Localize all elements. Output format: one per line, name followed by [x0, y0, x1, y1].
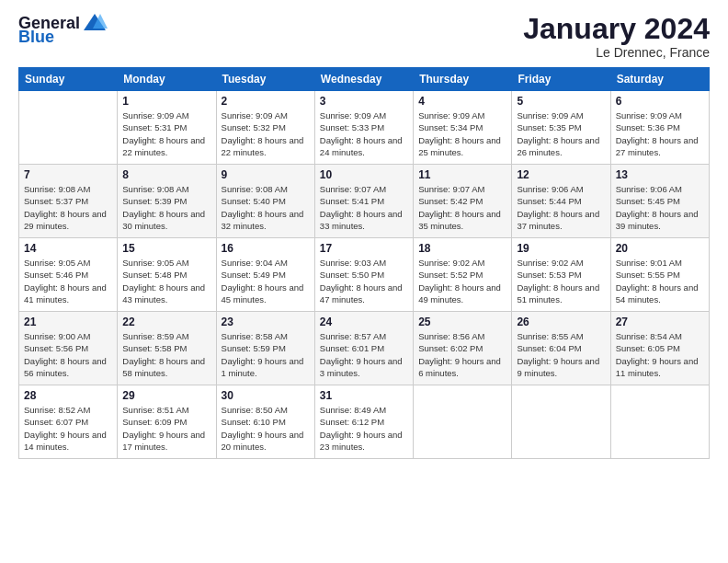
calendar-cell: 3Sunrise: 9:09 AMSunset: 5:33 PMDaylight…	[314, 91, 413, 165]
calendar-week-row: 21Sunrise: 9:00 AMSunset: 5:56 PMDayligh…	[19, 312, 710, 385]
calendar-cell: 16Sunrise: 9:04 AMSunset: 5:49 PMDayligh…	[216, 238, 314, 312]
calendar-cell: 1Sunrise: 9:09 AMSunset: 5:31 PMDaylight…	[118, 91, 216, 165]
calendar-week-row: 1Sunrise: 9:09 AMSunset: 5:31 PMDaylight…	[19, 91, 710, 165]
day-info: Sunrise: 9:08 AMSunset: 5:37 PMDaylight:…	[24, 183, 112, 232]
day-info: Sunrise: 9:09 AMSunset: 5:34 PMDaylight:…	[418, 109, 506, 158]
day-number: 5	[517, 95, 605, 108]
calendar-cell: 27Sunrise: 8:54 AMSunset: 6:05 PMDayligh…	[610, 312, 709, 385]
day-number: 19	[517, 242, 605, 255]
day-info: Sunrise: 9:05 AMSunset: 5:48 PMDaylight:…	[122, 257, 210, 305]
header-tuesday: Tuesday	[216, 68, 314, 91]
calendar-cell: 21Sunrise: 9:00 AMSunset: 5:56 PMDayligh…	[19, 312, 118, 385]
calendar-cell: 31Sunrise: 8:49 AMSunset: 6:12 PMDayligh…	[314, 385, 413, 459]
day-number: 12	[517, 168, 605, 181]
day-number: 30	[222, 389, 310, 402]
calendar-table: Sunday Monday Tuesday Wednesday Thursday…	[18, 67, 710, 459]
day-number: 16	[222, 242, 310, 255]
header: General Blue January 2024 Le Drennec, Fr…	[18, 14, 710, 60]
day-info: Sunrise: 8:54 AMSunset: 6:05 PMDaylight:…	[616, 330, 704, 379]
page: General Blue January 2024 Le Drennec, Fr…	[0, 0, 728, 563]
day-number: 28	[24, 389, 112, 402]
calendar-cell	[610, 385, 709, 459]
day-number: 1	[122, 95, 210, 108]
calendar-cell: 6Sunrise: 9:09 AMSunset: 5:36 PMDaylight…	[610, 91, 709, 165]
day-info: Sunrise: 8:56 AMSunset: 6:02 PMDaylight:…	[418, 330, 506, 379]
title-block: January 2024 Le Drennec, France	[523, 14, 710, 60]
day-number: 7	[24, 168, 112, 181]
day-number: 13	[616, 168, 704, 181]
header-wednesday: Wednesday	[314, 68, 413, 91]
day-number: 25	[418, 316, 506, 328]
day-number: 18	[418, 242, 506, 255]
calendar-cell: 28Sunrise: 8:52 AMSunset: 6:07 PMDayligh…	[19, 385, 118, 459]
calendar-cell	[19, 91, 118, 165]
calendar-cell: 17Sunrise: 9:03 AMSunset: 5:50 PMDayligh…	[314, 238, 413, 312]
day-number: 2	[222, 95, 310, 108]
calendar-cell: 7Sunrise: 9:08 AMSunset: 5:37 PMDaylight…	[19, 165, 118, 238]
header-sunday: Sunday	[19, 68, 118, 91]
logo-icon	[82, 12, 108, 32]
calendar-cell: 22Sunrise: 8:59 AMSunset: 5:58 PMDayligh…	[118, 312, 216, 385]
calendar-cell: 4Sunrise: 9:09 AMSunset: 5:34 PMDaylight…	[414, 91, 512, 165]
calendar-cell: 20Sunrise: 9:01 AMSunset: 5:55 PMDayligh…	[610, 238, 709, 312]
logo-blue: Blue	[18, 29, 54, 45]
day-info: Sunrise: 9:08 AMSunset: 5:40 PMDaylight:…	[222, 183, 310, 232]
calendar-cell: 11Sunrise: 9:07 AMSunset: 5:42 PMDayligh…	[414, 165, 512, 238]
day-number: 14	[24, 242, 112, 255]
calendar-cell: 18Sunrise: 9:02 AMSunset: 5:52 PMDayligh…	[414, 238, 512, 312]
day-info: Sunrise: 8:50 AMSunset: 6:10 PMDaylight:…	[222, 404, 310, 453]
day-number: 23	[222, 316, 310, 328]
calendar-cell: 29Sunrise: 8:51 AMSunset: 6:09 PMDayligh…	[118, 385, 216, 459]
day-info: Sunrise: 9:07 AMSunset: 5:42 PMDaylight:…	[418, 183, 506, 232]
calendar-cell: 14Sunrise: 9:05 AMSunset: 5:46 PMDayligh…	[19, 238, 118, 312]
day-info: Sunrise: 9:02 AMSunset: 5:53 PMDaylight:…	[517, 257, 605, 305]
day-info: Sunrise: 9:09 AMSunset: 5:36 PMDaylight:…	[616, 109, 704, 158]
calendar-cell: 15Sunrise: 9:05 AMSunset: 5:48 PMDayligh…	[118, 238, 216, 312]
day-info: Sunrise: 9:07 AMSunset: 5:41 PMDaylight:…	[320, 183, 408, 232]
calendar-cell: 5Sunrise: 9:09 AMSunset: 5:35 PMDaylight…	[512, 91, 610, 165]
day-number: 29	[122, 389, 210, 402]
day-number: 11	[418, 168, 506, 181]
day-info: Sunrise: 8:51 AMSunset: 6:09 PMDaylight:…	[122, 404, 210, 453]
day-info: Sunrise: 8:59 AMSunset: 5:58 PMDaylight:…	[122, 330, 210, 379]
day-info: Sunrise: 9:03 AMSunset: 5:50 PMDaylight:…	[320, 257, 408, 305]
day-number: 26	[517, 316, 605, 328]
calendar-cell: 25Sunrise: 8:56 AMSunset: 6:02 PMDayligh…	[414, 312, 512, 385]
day-info: Sunrise: 9:04 AMSunset: 5:49 PMDaylight:…	[222, 257, 310, 305]
day-info: Sunrise: 9:09 AMSunset: 5:31 PMDaylight:…	[122, 109, 210, 158]
day-number: 17	[320, 242, 408, 255]
weekday-header-row: Sunday Monday Tuesday Wednesday Thursday…	[19, 68, 710, 91]
calendar-cell	[414, 385, 512, 459]
day-info: Sunrise: 9:09 AMSunset: 5:32 PMDaylight:…	[222, 109, 310, 158]
day-number: 15	[122, 242, 210, 255]
day-info: Sunrise: 9:00 AMSunset: 5:56 PMDaylight:…	[24, 330, 112, 379]
calendar-cell: 24Sunrise: 8:57 AMSunset: 6:01 PMDayligh…	[314, 312, 413, 385]
day-number: 4	[418, 95, 506, 108]
day-info: Sunrise: 8:57 AMSunset: 6:01 PMDaylight:…	[320, 330, 408, 379]
day-info: Sunrise: 8:52 AMSunset: 6:07 PMDaylight:…	[24, 404, 112, 453]
day-number: 3	[320, 95, 408, 108]
day-info: Sunrise: 9:06 AMSunset: 5:45 PMDaylight:…	[616, 183, 704, 232]
day-info: Sunrise: 9:01 AMSunset: 5:55 PMDaylight:…	[616, 257, 704, 305]
logo: General Blue	[18, 14, 108, 45]
header-saturday: Saturday	[610, 68, 709, 91]
calendar-cell: 12Sunrise: 9:06 AMSunset: 5:44 PMDayligh…	[512, 165, 610, 238]
day-number: 24	[320, 316, 408, 328]
calendar-week-row: 14Sunrise: 9:05 AMSunset: 5:46 PMDayligh…	[19, 238, 710, 312]
day-number: 22	[122, 316, 210, 328]
day-info: Sunrise: 8:55 AMSunset: 6:04 PMDaylight:…	[517, 330, 605, 379]
day-info: Sunrise: 9:06 AMSunset: 5:44 PMDaylight:…	[517, 183, 605, 232]
calendar-week-row: 7Sunrise: 9:08 AMSunset: 5:37 PMDaylight…	[19, 165, 710, 238]
day-info: Sunrise: 8:49 AMSunset: 6:12 PMDaylight:…	[320, 404, 408, 453]
calendar-cell: 26Sunrise: 8:55 AMSunset: 6:04 PMDayligh…	[512, 312, 610, 385]
calendar-cell: 2Sunrise: 9:09 AMSunset: 5:32 PMDaylight…	[216, 91, 314, 165]
day-info: Sunrise: 9:09 AMSunset: 5:33 PMDaylight:…	[320, 109, 408, 158]
day-number: 27	[616, 316, 704, 328]
day-number: 31	[320, 389, 408, 402]
day-info: Sunrise: 8:58 AMSunset: 5:59 PMDaylight:…	[222, 330, 310, 379]
day-info: Sunrise: 9:08 AMSunset: 5:39 PMDaylight:…	[122, 183, 210, 232]
header-friday: Friday	[512, 68, 610, 91]
day-number: 6	[616, 95, 704, 108]
calendar-cell: 13Sunrise: 9:06 AMSunset: 5:45 PMDayligh…	[610, 165, 709, 238]
calendar-cell: 19Sunrise: 9:02 AMSunset: 5:53 PMDayligh…	[512, 238, 610, 312]
